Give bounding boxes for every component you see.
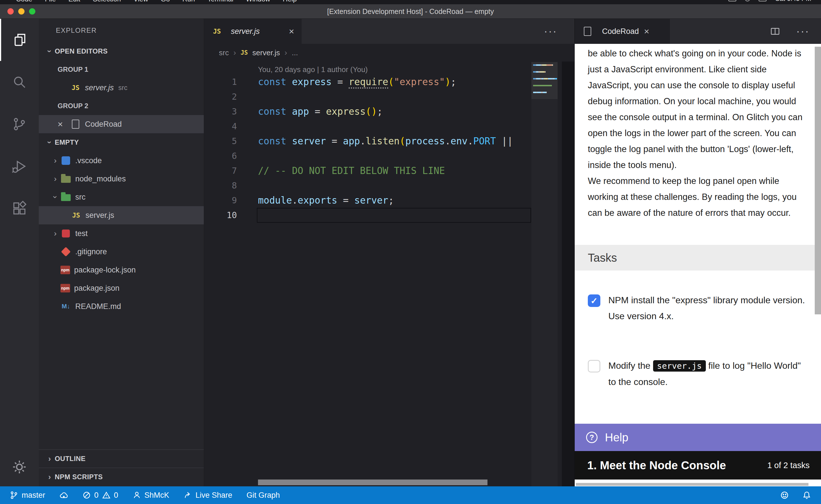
code-line[interactable]: 7// -- DO NOT EDIT BELOW THIS LINE xyxy=(204,163,574,178)
search-activity-icon[interactable] xyxy=(0,61,39,103)
split-editor-icon[interactable] xyxy=(770,26,780,36)
tree-item-label: package.json xyxy=(74,284,119,293)
code-token: express xyxy=(326,106,365,117)
chevron-expanded-icon[interactable]: › xyxy=(51,192,60,202)
menu-item-selection[interactable]: Selection xyxy=(93,0,121,4)
macos-menu-bar: CodeFileEditSelectionViewGoRunTerminalWi… xyxy=(0,0,821,4)
code-token: () xyxy=(366,106,377,117)
code-line[interactable]: 8 xyxy=(204,178,574,193)
tab-coderoad[interactable]: CodeRoad × xyxy=(575,19,670,44)
zoom-window-button[interactable] xyxy=(29,8,35,15)
tree-item-.vscode[interactable]: ›.vscode xyxy=(39,151,204,170)
tree-item-README.md[interactable]: M↓README.md xyxy=(39,297,204,315)
open-editors-section[interactable]: › OPEN EDITORS xyxy=(39,42,204,60)
close-window-button[interactable] xyxy=(7,8,14,15)
lesson-progress-bar[interactable]: 1. Meet the Node Console 1 of 2 tasks xyxy=(575,451,821,480)
explorer-activity-icon[interactable] xyxy=(0,19,39,61)
menu-item-code[interactable]: Code xyxy=(16,0,32,4)
code-line[interactable]: 9module.exports = server; xyxy=(204,193,574,208)
close-tab-icon[interactable]: × xyxy=(644,26,657,37)
tree-item-src[interactable]: ›src xyxy=(39,188,204,206)
problems-indicator[interactable]: 0 0 xyxy=(82,491,118,500)
npm-scripts-section[interactable]: › NPM SCRIPTS xyxy=(39,468,204,486)
breadcrumb-folder[interactable]: src xyxy=(219,48,229,57)
explorer-sidebar: EXPLORER › OPEN EDITORS GROUP 1 × JS ser… xyxy=(39,19,204,486)
line-number: 4 xyxy=(204,119,237,134)
help-button[interactable]: ? Help xyxy=(575,424,821,451)
tasks-header: Tasks xyxy=(575,245,821,271)
settings-gear-icon[interactable] xyxy=(0,459,39,475)
feedback-smiley-icon[interactable] xyxy=(780,491,789,500)
menu-item-terminal[interactable]: Terminal xyxy=(208,0,234,4)
horizontal-scrollbar[interactable] xyxy=(258,480,487,485)
menu-clock: Sat 6:45 PM xyxy=(775,0,811,3)
extensions-activity-icon[interactable] xyxy=(0,187,39,230)
user-session-indicator[interactable]: ShMcK xyxy=(132,491,169,500)
code-line[interactable]: 5const server = app.listen(process.env.P… xyxy=(204,134,574,149)
close-editor-icon[interactable]: × xyxy=(58,119,70,130)
tree-item-.gitignore[interactable]: .gitignore xyxy=(39,243,204,261)
git-graph-button[interactable]: Git Graph xyxy=(247,491,280,500)
code-line[interactable]: 3const app = express(); xyxy=(204,104,574,119)
breadcrumb-file[interactable]: server.js xyxy=(252,48,280,57)
webview-horizontal-scrollbar[interactable] xyxy=(576,483,808,486)
help-label: Help xyxy=(605,431,628,444)
code-line[interactable]: 4 xyxy=(204,119,574,134)
open-editor-item-coderoad[interactable]: × CodeRoad xyxy=(39,115,204,133)
checkbox-checked[interactable]: ✓ xyxy=(588,294,600,307)
code-lines: 1const express = require("express");23co… xyxy=(204,75,574,223)
chevron-collapsed-icon[interactable]: › xyxy=(50,156,60,165)
menu-item-file[interactable]: File xyxy=(45,0,56,4)
checkbox-unchecked[interactable] xyxy=(588,360,600,372)
open-editor-item-serverjs[interactable]: × JS server.js src xyxy=(39,79,204,97)
menu-item-go[interactable]: Go xyxy=(161,0,170,4)
minimize-window-button[interactable] xyxy=(18,8,24,15)
editor-more-actions-icon[interactable]: ··· xyxy=(544,19,557,44)
chevron-collapsed-icon[interactable]: › xyxy=(50,174,60,183)
chevron-collapsed-icon[interactable]: › xyxy=(50,229,60,238)
menu-item-window[interactable]: Window xyxy=(246,0,270,4)
menu-item-edit[interactable]: Edit xyxy=(68,0,80,4)
code-editor[interactable]: You, 20 days ago | 1 author (You) 1const… xyxy=(204,62,574,486)
outline-section[interactable]: › OUTLINE xyxy=(39,449,204,468)
close-tab-icon[interactable]: × xyxy=(289,26,294,37)
menu-item-run[interactable]: Run xyxy=(182,0,195,4)
tree-item-package.json[interactable]: npmpackage.json xyxy=(39,279,204,297)
task-text: NPM install the "express" library module… xyxy=(608,292,805,324)
tree-item-test[interactable]: ›test xyxy=(39,224,204,243)
run-debug-activity-icon[interactable] xyxy=(0,145,39,187)
webview-vertical-scrollbar[interactable] xyxy=(815,47,821,314)
git-branch-indicator[interactable]: master xyxy=(10,491,45,500)
source-control-activity-icon[interactable] xyxy=(0,103,39,145)
menu-item-view[interactable]: View xyxy=(133,0,148,4)
code-token: = xyxy=(337,195,354,206)
editor-tab-bar: JS server.js × ··· xyxy=(204,19,574,44)
notifications-bell-icon[interactable] xyxy=(802,491,811,500)
menu-status-icon xyxy=(745,0,750,1)
tree-item-server.js[interactable]: JSserver.js xyxy=(39,206,204,224)
tree-item-node_modules[interactable]: ›node_modules xyxy=(39,170,204,188)
menu-item-help[interactable]: Help xyxy=(283,0,297,4)
live-share-button[interactable]: Live Share xyxy=(183,491,232,500)
status-bar-right xyxy=(780,491,811,500)
code-line[interactable]: 2 xyxy=(204,89,574,104)
tree-item-label: test xyxy=(75,229,88,238)
branch-icon xyxy=(10,491,18,499)
code-token: . xyxy=(292,195,298,206)
minimap[interactable] xyxy=(531,62,557,486)
code-line[interactable]: 10 xyxy=(204,208,574,223)
workspace-section[interactable]: › EMPTY xyxy=(39,133,204,151)
task-text-part: NPM install the "express" library module… xyxy=(608,295,805,321)
lesson-title: 1. Meet the Node Console xyxy=(587,459,726,472)
publish-changes-button[interactable] xyxy=(60,491,68,499)
more-actions-icon[interactable]: ··· xyxy=(796,25,810,38)
tab-serverjs[interactable]: JS server.js × xyxy=(204,19,302,44)
git-graph-label: Git Graph xyxy=(247,491,280,500)
codelens-blame[interactable]: You, 20 days ago | 1 author (You) xyxy=(204,62,574,75)
code-line[interactable]: 1const express = require("express"); xyxy=(204,75,574,89)
editor-scrollbar-gutter[interactable] xyxy=(562,62,574,486)
tree-item-package-lock.json[interactable]: npmpackage-lock.json xyxy=(39,261,204,279)
minimap-slider[interactable] xyxy=(531,62,557,99)
code-line[interactable]: 6 xyxy=(204,149,574,163)
breadcrumb-more[interactable]: ... xyxy=(292,48,298,57)
